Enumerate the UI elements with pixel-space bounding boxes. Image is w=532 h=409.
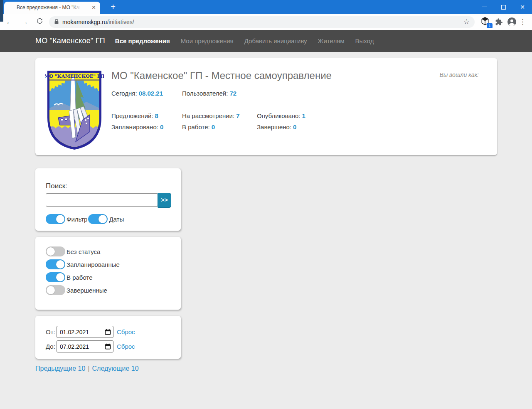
stat-proposals-value: 8 (155, 112, 158, 119)
in-progress-toggle[interactable] (46, 272, 65, 282)
search-submit-button[interactable]: >> (158, 193, 171, 208)
stat-in-progress-value: 0 (212, 123, 215, 131)
window-controls: ✕ (475, 0, 532, 14)
bookmark-star-icon[interactable]: ☆ (463, 17, 470, 26)
site-navbar: МО "Каменское" ГП Все предложения Мои пр… (0, 30, 532, 52)
in-progress-toggle-knob (56, 273, 64, 281)
new-tab-button[interactable]: + (107, 1, 119, 13)
filter-toggle-label: Фильтр (66, 216, 87, 223)
header-card: МО "КАМЕНСКОЕ" ГП МО "Каменское" ГП - Ме… (35, 58, 497, 155)
stat-under-review: На рассмотрении:7 (182, 112, 257, 119)
pagination: Предыдущие 10|Следующие 10 (35, 365, 139, 372)
date-to-row: До: Сброс (46, 340, 135, 352)
stat-completed: Завершено:0 (257, 123, 296, 131)
extensions-puzzle-icon[interactable] (495, 18, 503, 26)
stats-row-1: Сегодня:08.02.21 Пользователей:72 (111, 90, 257, 97)
no-status-toggle-knob (47, 247, 55, 256)
url-text: mokamenskgp.ru/initiatives/ (62, 19, 463, 25)
crest-text: МО "КАМЕНСКОЕ" ГП (45, 74, 104, 79)
filter-toggle[interactable] (46, 214, 65, 224)
nav-item-add-initiative[interactable]: Добавить инициативу (244, 37, 307, 44)
pagination-next-link[interactable]: Следующие 10 (92, 365, 139, 372)
dates-toggle-label: Даты (109, 216, 124, 223)
stat-completed-value: 0 (293, 123, 296, 131)
no-status-toggle[interactable] (46, 246, 65, 256)
pagination-separator: | (88, 365, 89, 372)
municipality-crest: МО "КАМЕНСКОЕ" ГП (45, 69, 104, 152)
search-input[interactable] (46, 193, 158, 207)
filter-row-completed: Завершенные (46, 285, 108, 295)
search-toggle-row: Фильтр Даты (46, 214, 125, 224)
stat-today-value: 08.02.21 (139, 90, 163, 97)
nav-item-logout[interactable]: Выход (355, 37, 374, 44)
lock-icon (54, 19, 59, 25)
restore-icon (501, 5, 506, 10)
filter-row-in-progress: В работе (46, 272, 94, 282)
url-bar[interactable]: mokamenskgp.ru/initiatives/ ☆ (49, 16, 475, 28)
stats-row-2: Предложений:8 На рассмотрении:7 Опублико… (111, 112, 305, 119)
date-from-row: От: Сброс (46, 326, 135, 338)
planned-toggle[interactable] (46, 259, 65, 269)
url-host: mokamenskgp.ru (62, 19, 107, 25)
browser-titlebar: Все предложения - МО "Каменс ✕ + ✕ (0, 0, 532, 14)
forward-button[interactable]: → (19, 17, 30, 27)
calendar-icon[interactable] (105, 329, 111, 335)
nav-item-my-proposals[interactable]: Мои предложения (181, 37, 234, 44)
stats-row-3: Запланировано:0 В работе:0 Завершено:0 (111, 123, 296, 131)
date-from-label: От: (46, 328, 57, 335)
profile-avatar-icon[interactable] (507, 17, 517, 27)
logged-in-as-label: Вы вошли как: (440, 71, 479, 78)
stat-published-value: 1 (302, 112, 305, 119)
page-title: МО "Каменское" ГП - Местное самоуправлен… (111, 70, 332, 81)
browser-menu-icon[interactable]: ⋮ (519, 17, 526, 26)
minimize-icon (482, 7, 487, 7)
date-range-card: От: Сброс До: Сброс (35, 316, 181, 359)
nav-item-all-proposals[interactable]: Все предложения (115, 37, 170, 44)
date-to-label: До: (46, 343, 57, 350)
close-window-button[interactable]: ✕ (513, 0, 532, 14)
dates-toggle[interactable] (88, 214, 108, 224)
minimize-button[interactable] (475, 0, 494, 14)
close-window-icon: ✕ (520, 4, 525, 10)
completed-label: Завершенные (66, 287, 107, 294)
stat-published: Опубликовано:1 (257, 112, 305, 119)
completed-toggle[interactable] (46, 285, 65, 295)
stat-proposals: Предложений:8 (111, 112, 182, 119)
date-from-wrap (57, 326, 113, 338)
search-label: Поиск: (46, 182, 67, 190)
browser-tab[interactable]: Все предложения - МО "Каменс ✕ (4, 2, 100, 14)
stat-users: Пользователей:72 (182, 90, 257, 97)
back-button[interactable]: ← (4, 17, 15, 27)
filter-row-planned: Запланированные (46, 259, 121, 269)
dates-toggle-knob (99, 215, 107, 223)
stat-users-value: 72 (229, 90, 236, 97)
search-card: Поиск: >> Фильтр Даты (35, 168, 181, 231)
calendar-icon[interactable] (105, 343, 111, 350)
window-edge (0, 0, 3, 22)
screen: { "browser": { "tab_title": "Все предлож… (0, 0, 532, 409)
pagination-prev-link[interactable]: Предыдущие 10 (35, 365, 85, 372)
date-from-reset-link[interactable]: Сброс (117, 328, 135, 335)
no-status-label: Без статуса (66, 248, 100, 255)
url-path: /initiatives/ (107, 19, 134, 25)
extension-badge: 1 (487, 23, 493, 28)
tab-title-fade (71, 2, 84, 14)
date-to-wrap (57, 340, 113, 352)
refresh-button[interactable] (34, 17, 45, 27)
filter-toggle-knob (56, 215, 64, 223)
refresh-icon (36, 17, 43, 25)
stat-in-progress: В работе:0 (182, 123, 257, 131)
stat-planned: Запланировано:0 (111, 123, 182, 131)
stat-under-review-value: 7 (236, 112, 239, 119)
tab-close-icon[interactable]: ✕ (90, 4, 97, 11)
date-to-reset-link[interactable]: Сброс (117, 343, 135, 350)
filter-row-no-status: Без статуса (46, 246, 101, 256)
site-brand[interactable]: МО "Каменское" ГП (35, 37, 105, 45)
nav-item-residents[interactable]: Жителям (318, 37, 345, 44)
stat-today: Сегодня:08.02.21 (111, 90, 182, 97)
planned-label: Запланированные (66, 261, 120, 268)
restore-button[interactable] (494, 0, 513, 14)
extension-button[interactable]: 1 (480, 17, 491, 27)
in-progress-label: В работе (66, 274, 93, 281)
stat-planned-value: 0 (160, 123, 163, 131)
